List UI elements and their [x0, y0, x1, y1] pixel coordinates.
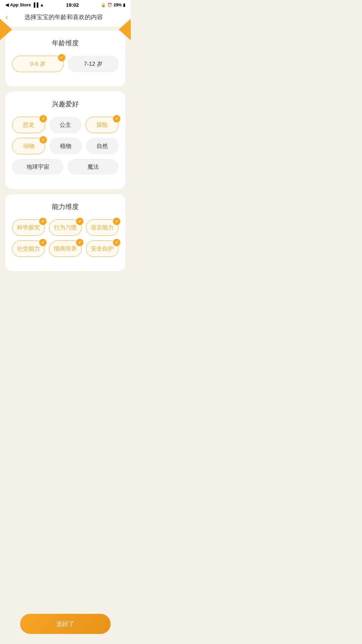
main-content: 年龄维度0-6 岁✓7-12 岁兴趣爱好恐龙✓公主探险✓动物✓植物自然地球宇宙魔… — [0, 26, 131, 311]
section-title-hobby: 兴趣爱好 — [12, 100, 119, 109]
tags-row-age-0: 0-6 岁✓7-12 岁 — [12, 56, 119, 72]
wifi-icon: ▲ — [40, 2, 44, 7]
back-arrow-small: ◀ — [5, 2, 9, 7]
tag-ability-1-0[interactable]: 社交能力✓ — [12, 240, 45, 257]
tag-hobby-1-0[interactable]: 动物✓ — [12, 138, 45, 154]
tag-hobby-0-1[interactable]: 公主 — [49, 117, 82, 133]
check-badge-icon: ✓ — [113, 218, 120, 225]
tags-row-hobby-2: 地球宇宙魔法 — [12, 159, 119, 175]
section-age: 年龄维度0-6 岁✓7-12 岁 — [5, 31, 125, 86]
section-title-age: 年龄维度 — [12, 39, 119, 48]
check-badge-icon: ✓ — [76, 239, 83, 246]
battery-percent: 29% — [114, 3, 122, 7]
check-badge-icon: ✓ — [39, 218, 47, 225]
deco-right-triangle — [119, 19, 131, 40]
tag-hobby-0-2[interactable]: 探险✓ — [85, 117, 119, 133]
tags-row-hobby-1: 动物✓植物自然 — [12, 138, 119, 154]
tag-ability-0-0[interactable]: 科学探究✓ — [12, 219, 45, 236]
tag-hobby-1-2[interactable]: 自然 — [86, 138, 119, 154]
check-badge-icon: ✓ — [113, 239, 120, 246]
tags-row-hobby-0: 恐龙✓公主探险✓ — [12, 117, 119, 133]
page-title: 选择宝宝的年龄和喜欢的内容 — [12, 13, 115, 21]
tag-hobby-1-1[interactable]: 植物 — [49, 138, 82, 154]
signal-icon: ▐▐ — [32, 2, 38, 7]
check-badge-icon: ✓ — [113, 115, 120, 122]
deco-left-triangle — [0, 19, 12, 40]
status-time: 19:02 — [66, 2, 79, 8]
battery-icon: ▮ — [123, 3, 125, 7]
lock-icon: 🔒 — [101, 3, 106, 7]
check-badge-icon: ✓ — [58, 54, 65, 61]
tags-row-ability-0: 科学探究✓行为习惯✓语言能力✓ — [12, 219, 119, 236]
status-right: 🔒 ⏰ 29% ▮ — [101, 3, 125, 7]
tag-hobby-0-0[interactable]: 恐龙✓ — [12, 117, 45, 133]
tags-row-ability-1: 社交能力✓情商培养✓安全自护✓ — [12, 240, 119, 257]
status-carrier: ◀ App Store ▐▐ ▲ — [5, 2, 44, 7]
tag-ability-1-1[interactable]: 情商培养✓ — [49, 240, 82, 257]
alarm-icon: ⏰ — [107, 3, 112, 7]
check-badge-icon: ✓ — [40, 136, 47, 144]
check-badge-icon: ✓ — [76, 218, 83, 225]
section-ability: 能力维度科学探究✓行为习惯✓语言能力✓社交能力✓情商培养✓安全自护✓ — [5, 194, 125, 271]
check-badge-icon: ✓ — [40, 115, 47, 122]
page-header: ‹ 选择宝宝的年龄和喜欢的内容 — [0, 9, 131, 26]
tag-age-0-0[interactable]: 0-6 岁✓ — [12, 56, 64, 72]
tag-ability-1-2[interactable]: 安全自护✓ — [86, 240, 119, 257]
tag-ability-0-2[interactable]: 语言能力✓ — [86, 219, 119, 236]
check-badge-icon: ✓ — [39, 239, 47, 246]
tag-ability-0-1[interactable]: 行为习惯✓ — [49, 219, 82, 236]
tag-age-0-1[interactable]: 7-12 岁 — [68, 56, 119, 72]
section-hobby: 兴趣爱好恐龙✓公主探险✓动物✓植物自然地球宇宙魔法 — [5, 92, 125, 189]
tag-hobby-2-0[interactable]: 地球宇宙 — [12, 159, 63, 175]
section-title-ability: 能力维度 — [12, 202, 119, 211]
tag-hobby-2-1[interactable]: 魔法 — [67, 159, 119, 175]
status-bar: ◀ App Store ▐▐ ▲ 19:02 🔒 ⏰ 29% ▮ — [0, 0, 131, 9]
